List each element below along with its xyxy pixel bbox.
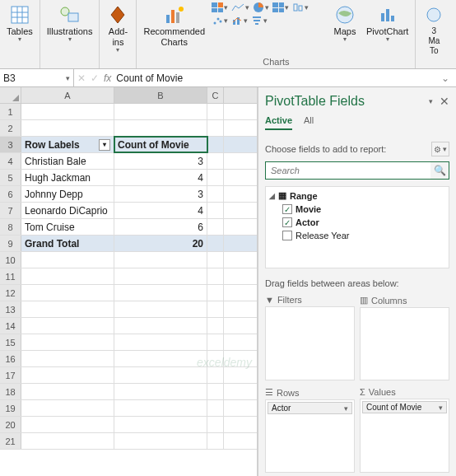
cell[interactable] [207,219,224,235]
cell[interactable] [21,318,114,334]
name-box[interactable]: B3 ▾ [0,69,74,86]
cell[interactable] [114,318,207,334]
stats-chart-btn[interactable]: ▾ [292,2,309,13]
cell[interactable] [114,367,207,383]
row-header[interactable]: 16 [0,351,21,366]
pane-options-icon[interactable]: ▾ [429,97,433,105]
area-filters[interactable]: ▼Filters [265,293,355,380]
cell[interactable] [21,301,114,317]
treemap-btn[interactable]: ▾ [272,2,289,13]
cell[interactable] [207,137,224,152]
row-header[interactable]: 7 [0,203,21,218]
cell[interactable] [21,433,114,449]
col-header-b[interactable]: B [114,87,207,103]
cell[interactable] [114,351,207,366]
cell[interactable] [21,252,114,268]
row-header[interactable]: 9 [0,236,21,251]
row-header[interactable]: 3 [0,137,21,152]
select-all-corner[interactable] [0,87,21,103]
row-header[interactable]: 10 [0,252,21,268]
col-header-a[interactable]: A [21,87,114,103]
row-header[interactable]: 2 [0,120,21,136]
cell[interactable] [114,252,207,268]
cell[interactable] [21,367,114,383]
tables-button[interactable]: Tables [3,2,36,44]
cell[interactable] [114,417,207,432]
cell[interactable]: Hugh Jackman [21,170,114,185]
field-release-year[interactable]: Release Year [282,231,445,240]
cell[interactable] [207,120,224,136]
row-header[interactable]: 14 [0,318,21,334]
row-header[interactable]: 19 [0,400,21,416]
funnel-chart-btn[interactable]: ▾ [251,15,268,26]
cell[interactable] [21,384,114,399]
col-header-c[interactable]: C [207,87,224,103]
cell[interactable] [207,400,224,416]
field-search[interactable]: 🔍 [265,161,449,180]
pane-close-icon[interactable]: ✕ [440,95,449,108]
cell[interactable]: Tom Cruise [21,219,114,235]
cell[interactable] [114,334,207,350]
cell[interactable] [207,301,224,317]
cell[interactable]: Christian Bale [21,153,114,169]
cell[interactable] [207,104,224,119]
search-icon[interactable]: 🔍 [430,162,449,179]
cell[interactable] [21,334,114,350]
row-header[interactable]: 1 [0,104,21,119]
area-rows[interactable]: ☰Rows Actor▾ [265,385,355,473]
cell[interactable] [114,268,207,284]
maps-button[interactable]: Maps [330,2,360,44]
bar-chart-btn[interactable]: ▾ [212,2,228,13]
cell[interactable] [207,252,224,268]
cell[interactable] [207,236,224,251]
cell[interactable] [114,433,207,449]
line-chart-btn[interactable]: ▾ [231,2,249,13]
cell[interactable]: Grand Total [21,236,114,251]
cell[interactable] [114,104,207,119]
row-header[interactable]: 12 [0,285,21,301]
cell[interactable] [207,153,224,169]
cell[interactable] [114,301,207,317]
cell[interactable] [21,285,114,301]
cell-count-header[interactable]: Count of Movie [114,137,207,152]
cell[interactable] [207,318,224,334]
cell[interactable] [21,268,114,284]
cell[interactable] [21,351,114,366]
cell[interactable] [207,384,224,399]
addins-button[interactable]: Add- ins [103,2,133,55]
row-header[interactable]: 13 [0,301,21,317]
search-input[interactable] [266,162,430,179]
namebox-dropdown-icon[interactable]: ▾ [66,74,70,82]
cell[interactable] [21,104,114,119]
pie-chart-btn[interactable]: ▾ [253,2,269,13]
cell-row-labels-header[interactable]: Row Labels▾ [21,137,114,152]
row-header[interactable]: 11 [0,268,21,284]
cell[interactable] [207,417,224,432]
field-list-options-button[interactable]: ⚙▾ [431,142,449,156]
tab-active[interactable]: Active [265,115,292,130]
combo-chart-btn[interactable]: ▾ [231,15,248,26]
cell[interactable]: 3 [114,153,207,169]
cell[interactable]: 20 [114,236,207,251]
fx-icon[interactable]: fx [104,72,111,84]
cell[interactable] [21,417,114,432]
cell[interactable]: 4 [114,203,207,218]
cell[interactable] [207,433,224,449]
cell[interactable] [114,384,207,399]
row-header[interactable]: 8 [0,219,21,235]
cell[interactable] [207,268,224,284]
cell[interactable]: Leonardo DiCaprio [21,203,114,218]
cell[interactable] [114,120,207,136]
cell[interactable]: Johnny Depp [21,186,114,202]
cell[interactable] [207,285,224,301]
filter-dropdown-icon[interactable]: ▾ [99,139,110,151]
formula-expand-icon[interactable]: ⌄ [438,72,453,84]
row-header[interactable]: 6 [0,186,21,202]
recommended-charts-button[interactable]: Recommended Charts [140,2,208,49]
row-header[interactable]: 15 [0,334,21,350]
scatter-chart-btn[interactable]: ▾ [212,15,228,26]
field-group-range[interactable]: ◢ ▦ Range [269,190,445,201]
tab-all[interactable]: All [304,115,314,130]
cell[interactable] [114,285,207,301]
cell[interactable] [114,400,207,416]
